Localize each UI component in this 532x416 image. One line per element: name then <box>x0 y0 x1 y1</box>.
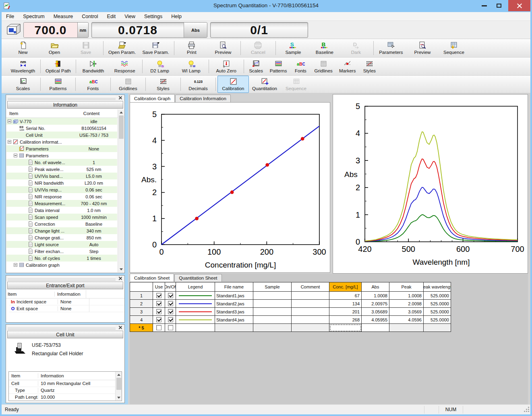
toolbar-button[interactable]: aBC Fonts <box>290 58 311 75</box>
tree-row[interactable]: Parameters None <box>6 145 117 152</box>
tree-row[interactable]: 1234 Serial No. B100561154 <box>6 125 117 132</box>
pane-gripper[interactable] <box>6 325 124 330</box>
pane-gripper[interactable] <box>6 276 124 281</box>
tree-row[interactable]: Calibration informat... <box>6 138 117 145</box>
toolbar-button[interactable]: Preview <box>407 39 438 57</box>
toolbar-button[interactable]: Print <box>176 39 207 57</box>
tree-expander-icon[interactable] <box>8 140 11 144</box>
comment-cell[interactable] <box>292 316 329 324</box>
sheet-column-header[interactable]: Use <box>153 282 165 292</box>
toolbar-button[interactable]: Bandwidth <box>78 58 109 75</box>
tree-row[interactable]: NIR bandwidth L20.0 nm <box>6 179 117 186</box>
chart-tab[interactable]: Calibration Graph <box>130 94 175 102</box>
scroll-up-icon[interactable] <box>116 372 122 378</box>
sheet-row-header[interactable]: * 5 <box>130 324 153 332</box>
toolbar-button[interactable]: Markers <box>336 58 359 75</box>
toolbar-button[interactable]: Response <box>109 58 141 75</box>
abs-cell[interactable]: 3.05689 <box>362 308 389 316</box>
tree-row[interactable]: Parameters <box>6 152 117 159</box>
sample-cell[interactable] <box>253 292 292 300</box>
use-checkbox[interactable] <box>156 325 161 330</box>
toolbar-button[interactable]: D Dark <box>340 39 372 57</box>
item-column-header[interactable]: Item <box>9 373 38 378</box>
tree-row[interactable]: Change light ... 340 nm <box>6 227 117 234</box>
toolbar-button[interactable]: 0 Auto Zero <box>211 58 242 75</box>
conc-cell[interactable]: 134 <box>329 300 362 308</box>
sample-cell[interactable] <box>253 324 292 332</box>
toolbar-button[interactable]: Scales <box>246 58 267 75</box>
menu-item[interactable]: Help <box>167 12 186 21</box>
peak-cell[interactable]: 3.0569 <box>389 308 424 316</box>
tree-row[interactable]: Peak wavele... 525 nm <box>6 166 117 173</box>
file-name-cell[interactable]: Standard2.jws <box>215 300 253 308</box>
sample-cell[interactable] <box>253 308 292 316</box>
sheet-row[interactable]: 2 Standard2.jws 134 2.00975 2.0098 525.0… <box>130 300 451 308</box>
toolbar-button[interactable]: New <box>7 39 39 57</box>
tree-row[interactable]: Cell Unit USE-753 / 753 <box>6 132 117 138</box>
close-pane-icon[interactable] <box>118 95 123 100</box>
sheet-row-header[interactable]: 4 <box>130 316 153 324</box>
information-column-header[interactable]: Information <box>54 292 86 297</box>
close-button[interactable] <box>508 0 530 11</box>
toolbar-button[interactable]: WI WI Lamp <box>176 58 207 75</box>
abs-cell[interactable]: 1.0008 <box>362 292 389 300</box>
tree-row[interactable]: Calibration graph <box>6 262 117 268</box>
toolbar-button[interactable]: Gridlines <box>112 76 144 93</box>
sheet-row[interactable]: * 5 <box>130 324 451 332</box>
sheet-column-header[interactable]: On/Off <box>165 282 176 292</box>
legend-cell[interactable] <box>176 316 215 324</box>
comment-cell[interactable] <box>292 324 329 332</box>
onoff-checkbox[interactable] <box>168 293 173 298</box>
file-name-cell[interactable]: Standard4.jws <box>215 316 253 324</box>
tree-row[interactable]: Change grati... 850 nm <box>6 234 117 241</box>
use-checkbox[interactable] <box>156 301 161 306</box>
cell-row[interactable]: Type Quartz <box>9 387 122 394</box>
peak-cell[interactable]: 1.0008 <box>389 292 424 300</box>
peak-cell[interactable]: 2.0098 <box>389 300 424 308</box>
pane-gripper[interactable] <box>6 95 124 101</box>
toolbar-button[interactable]: Calibration <box>217 76 249 93</box>
toolbar-button[interactable]: Optical Path <box>42 58 74 75</box>
sheet-row-header[interactable]: 3 <box>130 308 153 316</box>
menu-item[interactable]: Spectrum <box>19 12 49 21</box>
sheet-column-header[interactable]: Comment <box>292 282 329 292</box>
abs-cell[interactable] <box>362 324 389 332</box>
tree-row[interactable]: Data interval 1.0 nm <box>6 207 117 214</box>
use-checkbox[interactable] <box>156 317 161 322</box>
tree-row[interactable]: Filter exchan... Step <box>6 248 117 255</box>
toolbar-button[interactable]: Scales <box>7 76 39 93</box>
tree-row[interactable]: Scan speed 1000 nm/min <box>6 214 117 220</box>
sheet-column-header[interactable]: Peak <box>389 282 424 292</box>
toolbar-button[interactable]: S Sample <box>277 39 309 57</box>
chart-tab[interactable]: Calibration Information <box>175 95 231 102</box>
sheet-tab[interactable]: Quantitation Sheet <box>174 274 221 282</box>
entrance-row[interactable]: O Exit space None <box>9 305 124 312</box>
toolbar-button[interactable]: Patterns <box>42 76 74 93</box>
photometric-unit-button[interactable]: Abs <box>184 23 207 37</box>
comment-cell[interactable] <box>292 300 329 308</box>
conc-cell[interactable]: 268 <box>329 316 362 324</box>
legend-cell[interactable] <box>176 292 215 300</box>
sample-cell[interactable] <box>253 300 292 308</box>
tree-expander-icon[interactable] <box>8 119 11 123</box>
cell-table-scrollbar[interactable] <box>115 372 122 401</box>
toolbar-button[interactable]: B Baseline <box>309 39 340 57</box>
peak-cell[interactable]: 4.0596 <box>389 316 424 324</box>
sheet-column-header[interactable] <box>130 282 153 292</box>
close-pane-icon[interactable] <box>118 325 123 330</box>
tree-row[interactable]: No. of cycles 1 times <box>6 255 117 262</box>
onoff-checkbox[interactable] <box>168 317 173 322</box>
toolbar-button[interactable]: Parameters <box>375 39 407 57</box>
abs-cell[interactable]: 2.00975 <box>362 300 389 308</box>
wavelength-unit-button[interactable]: nm <box>77 23 88 37</box>
scroll-up-icon[interactable] <box>118 109 124 115</box>
peak-wavelength-cell[interactable]: 525.0000 <box>424 300 451 308</box>
sheet-column-header[interactable]: Abs <box>362 282 389 292</box>
sheet-column-header[interactable]: File name <box>215 282 253 292</box>
toolbar-button[interactable]: Save Param. <box>139 39 172 57</box>
tree-row[interactable]: Light source Auto <box>6 241 117 248</box>
sheet-column-header[interactable]: Conc. [mg/L] <box>329 282 362 292</box>
toolbar-button[interactable]: Styles <box>147 76 179 93</box>
peak-wavelength-cell[interactable]: 525.0000 <box>424 292 451 300</box>
file-name-cell[interactable] <box>215 324 253 332</box>
